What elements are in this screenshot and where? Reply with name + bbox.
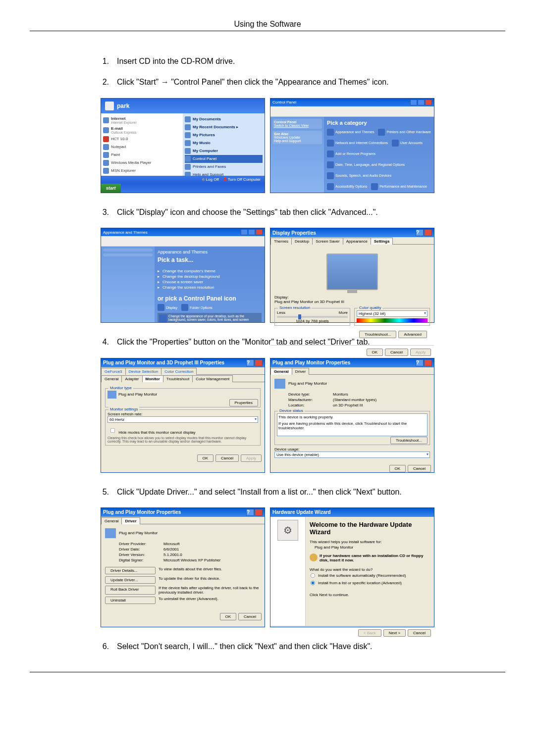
close-button[interactable] [256,229,263,235]
radio-auto[interactable] [311,573,315,578]
start-msn[interactable]: MSN Explorer [103,167,181,175]
help-button[interactable]: ? [416,359,424,366]
back-button[interactable]: < Back [358,629,381,637]
radio-advanced[interactable] [311,581,315,585]
tab-geforce[interactable]: GeForce3 [101,368,126,375]
troubleshoot-button[interactable]: Troubleshoot... [359,331,396,338]
cancel-button[interactable]: Cancel [408,465,431,472]
maximize-button[interactable] [248,229,255,235]
close-button[interactable] [424,229,432,236]
minimize-button[interactable] [241,229,248,235]
category-performance[interactable]: Performance and Maintenance [371,183,427,190]
help-button[interactable]: ? [246,509,254,516]
tab-color-management[interactable]: Color Management [192,375,233,382]
color-quality-dropdown[interactable]: Highest (32 bit) [357,310,428,317]
tab-general[interactable]: General [101,375,122,382]
resolution-slider[interactable] [277,316,348,318]
driver-details-button[interactable]: Driver Details... [105,567,156,574]
cancel-button[interactable]: Cancel [385,349,408,356]
tab-troubleshoot[interactable]: Troubleshoot [163,375,193,382]
close-button[interactable] [425,100,432,105]
apply-button[interactable]: Apply [410,349,431,356]
start-control-panel[interactable]: Control Panel [185,155,263,163]
start-paint[interactable]: Paint [103,151,181,159]
tab-settings[interactable]: Settings [371,238,393,245]
toolbar [270,106,434,117]
task-resolution[interactable]: Change the screen resolution [158,285,262,290]
tab-appearance[interactable]: Appearance [343,238,371,245]
ok-button[interactable]: OK [220,613,237,620]
ok-button[interactable]: OK [367,349,383,356]
properties-button[interactable]: Properties [229,399,258,406]
tab-device-selection[interactable]: Device Selection [125,368,162,375]
start-hct[interactable]: HCT 10.0 [103,135,181,143]
category-sounds[interactable]: Sounds, Speech, and Audio Devices [327,172,391,179]
minimize-button[interactable] [410,100,417,105]
category-accessibility[interactable]: Accessibility Options [327,183,367,190]
category-user[interactable]: User Accounts [392,140,423,147]
start-my-music[interactable]: My Music [185,139,263,147]
close-button[interactable] [424,359,432,366]
ok-button[interactable]: OK [389,465,406,472]
ok-button[interactable]: OK [197,454,214,462]
cancel-button[interactable]: Cancel [408,629,431,637]
turn-off-button[interactable]: ⏻ Turn Off Computer [223,177,261,182]
troubleshoot-button[interactable]: Troubleshoot... [390,437,428,444]
tab-monitor[interactable]: Monitor [142,375,163,382]
task-screen-saver[interactable]: Choose a screen saver [158,279,262,285]
folder-icon [185,140,191,146]
help-button[interactable]: ? [416,229,424,236]
document-page: Using the Software 1. Insert CD into the… [0,0,535,696]
step-number: 3. [89,207,117,218]
start-recent-docs[interactable]: My Recent Documents ▸ [185,123,263,131]
close-button[interactable] [255,509,263,516]
start-wmp[interactable]: Windows Media Player [103,159,181,167]
category-addremove[interactable]: Add or Remove Programs [327,151,375,157]
maximize-button[interactable] [418,100,425,105]
start-notepad[interactable]: Notepad [103,143,181,151]
category-printers[interactable]: Printers and Other Hardware [378,129,430,136]
uninstall-button[interactable]: Uninstall [105,597,156,604]
tab-desktop[interactable]: Desktop [291,238,313,245]
tab-themes[interactable]: Themes [270,238,292,245]
help-support-link[interactable]: Help and Support [274,139,301,143]
option-auto[interactable]: Install the software automatically (Reco… [310,572,430,579]
tab-general[interactable]: General [101,517,122,524]
tab-driver[interactable]: Driver [121,517,140,524]
refresh-rate-dropdown[interactable]: 60 Hertz [107,416,258,423]
folder-options-link[interactable]: Folder Options [181,304,213,311]
roll-back-driver-button[interactable]: Roll Back Driver [105,586,156,595]
option-advanced[interactable]: Install from a list or specific location… [310,579,430,587]
start-printers[interactable]: Printers and Faxes [185,163,263,171]
tab-color-correction[interactable]: Color Correction [161,368,197,375]
tab-general[interactable]: General [270,368,292,375]
tab-screen-saver[interactable]: Screen Saver [312,238,343,245]
start-my-computer[interactable]: My Computer [185,147,263,155]
hide-modes-checkbox[interactable] [110,428,115,433]
category-appearance[interactable]: Appearance and Themes [327,129,374,136]
close-button[interactable] [255,359,263,366]
start-my-pictures[interactable]: My Pictures [185,131,263,139]
switch-view-link[interactable]: Switch to Classic View [274,124,309,127]
task-change-theme[interactable]: Change the computer's theme [158,268,262,274]
tab-adapter[interactable]: Adapter [121,375,142,382]
advanced-button[interactable]: Advanced [398,331,427,338]
windows-update-link[interactable]: Windows Update [274,136,300,139]
task-change-background[interactable]: Change the desktop background [158,274,262,279]
category-date[interactable]: Date, Time, Language, and Regional Optio… [327,161,405,168]
start-email[interactable]: E-mailOutlook Express [103,125,181,135]
cancel-button[interactable]: Cancel [215,454,239,462]
cancel-button[interactable]: Cancel [238,613,262,620]
tab-driver[interactable]: Driver [292,368,309,375]
start-internet[interactable]: InternetInternet Explorer [103,115,181,125]
log-off-button[interactable]: ⎋ Log Off [202,177,218,182]
category-network[interactable]: Network and Internet Connections [327,140,388,147]
apply-button[interactable]: Apply [241,454,262,462]
update-driver-button[interactable]: Update Driver... [105,576,156,584]
device-usage-dropdown[interactable]: Use this device (enable) [274,452,430,458]
start-my-documents[interactable]: My Documents [185,115,263,123]
help-button[interactable]: ? [246,359,254,366]
next-button[interactable]: Next > [383,629,406,637]
display-icon-link[interactable]: Display [158,304,177,311]
start-button[interactable]: start [101,184,121,193]
